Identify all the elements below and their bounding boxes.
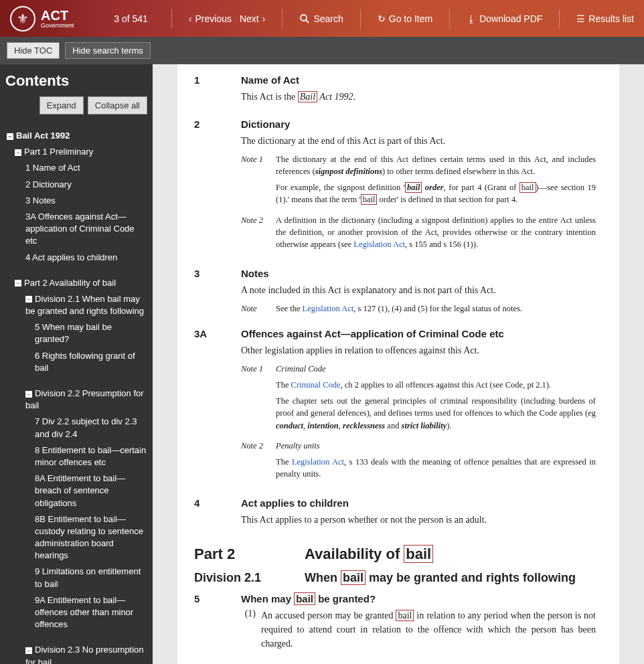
toc-item[interactable]: 1 Name of Act — [25, 160, 147, 176]
divider — [171, 9, 172, 29]
part-heading: Part 2 Availability of bail — [194, 546, 596, 563]
highlight: Bail — [298, 91, 317, 102]
collapse-icon[interactable]: − — [15, 149, 21, 156]
highlight: bail — [294, 592, 315, 605]
section-text: This Act applies to a person whether or … — [241, 513, 596, 527]
search-button[interactable]: Search — [299, 13, 343, 24]
divider — [282, 9, 283, 29]
logo-sub: Government — [41, 22, 74, 29]
toc-item[interactable]: 9A Entitlement to bail—offences other th… — [35, 592, 147, 633]
toc-item[interactable]: −Division 2.2 Presumption for bail — [25, 386, 147, 414]
toc-sidebar[interactable]: Contents Expand Collapse all −Bail Act 1… — [0, 64, 153, 664]
collapse-icon[interactable]: − — [25, 296, 32, 303]
chevron-left-icon: ‹ — [189, 13, 192, 24]
highlight: bail — [405, 182, 422, 193]
subsection: (1) An accused person may be granted bai… — [241, 608, 596, 651]
download-icon: ⭳ — [467, 13, 476, 24]
section-title: When may bail be granted? — [241, 593, 596, 604]
toc-item[interactable]: 8 Entitlement to bail—certain minor offe… — [35, 442, 147, 471]
collapse-icon[interactable]: − — [7, 133, 13, 140]
section-number: 2 — [194, 118, 241, 258]
section-text: A note included in this Act is explanato… — [241, 283, 596, 297]
section-text: Other legislation applies in relation to… — [241, 343, 596, 357]
expand-button[interactable]: Expand — [39, 96, 84, 114]
collapse-icon[interactable]: − — [25, 391, 32, 398]
note: Note 1 Criminal Code The Criminal Code, … — [241, 363, 596, 436]
download-button[interactable]: ⭳ Download PDF — [467, 13, 542, 24]
link[interactable]: Criminal Code — [291, 380, 341, 390]
toc-item[interactable]: 4 Act applies to children — [25, 250, 147, 266]
search-icon — [299, 13, 310, 24]
toc-item[interactable]: −Part 2 Availability of bail — [15, 275, 147, 291]
toc-item[interactable]: 3 Notes — [25, 193, 147, 209]
highlight: bail — [404, 545, 433, 563]
section-number: 3 — [194, 268, 241, 319]
logo-main: ACT — [41, 9, 74, 22]
highlight: bail — [519, 182, 536, 193]
previous-button[interactable]: ‹ Previous — [189, 13, 232, 24]
note: Note 2 A definition in the dictionary (i… — [241, 214, 596, 254]
note: Note 2 Penalty units The Legislation Act… — [241, 440, 596, 484]
toc-item[interactable]: 8B Entitlement to bail—custody relating … — [35, 511, 147, 564]
collapse-icon[interactable]: − — [25, 647, 32, 654]
toc-item[interactable]: −Division 2.1 When bail may be granted a… — [25, 291, 147, 319]
section-title: Offences against Act—application of Crim… — [241, 328, 596, 339]
collapse-button[interactable]: Collapse all — [88, 96, 147, 114]
svg-line-1 — [306, 20, 309, 23]
list-icon: ☰ — [576, 13, 585, 24]
logo-emblem-icon: ⚜ — [10, 6, 35, 31]
link[interactable]: Legislation Act — [292, 457, 344, 467]
divider — [559, 9, 560, 29]
section-number: 3A — [194, 328, 241, 488]
toc-item[interactable]: −Part 1 Preliminary — [15, 144, 147, 160]
note: Note See the Legislation Act, s 127 (1),… — [241, 303, 596, 315]
toc-item[interactable]: 2 Dictionary — [25, 177, 147, 193]
document-page: 1 Name of Act This Act is the Bail Act 1… — [177, 64, 619, 664]
goto-icon: ↻ — [378, 13, 386, 24]
note: Note 1 The dictionary at the end of this… — [241, 153, 596, 210]
toc-item[interactable]: 6 Rights following grant of bail — [35, 348, 147, 376]
section-text: This Act is the Bail Act 1992. — [241, 90, 596, 104]
section-text: The dictionary at the end of this Act is… — [241, 134, 596, 148]
hide-toc-button[interactable]: Hide TOC — [7, 42, 60, 59]
svg-point-0 — [301, 15, 307, 21]
toc-list: −Bail Act 1992−Part 1 Preliminary1 Name … — [5, 128, 147, 664]
sidebar-title: Contents — [5, 72, 147, 90]
top-header: ⚜ ACT Government 3 of 541 ‹ Previous Nex… — [0, 0, 644, 37]
divider — [449, 9, 450, 29]
results-button[interactable]: ☰ Results list — [576, 13, 634, 24]
divider — [360, 9, 361, 29]
section-number: 5 — [194, 593, 241, 651]
section-title: Name of Act — [241, 74, 596, 86]
toc-item[interactable]: −Bail Act 1992 — [7, 128, 147, 144]
division-heading: Division 2.1 When bail may be granted an… — [194, 571, 596, 585]
hide-search-terms-button[interactable]: Hide search terms — [65, 42, 150, 59]
toc-item[interactable]: −Division 2.3 No presumption for bail — [25, 642, 147, 664]
document-scroll[interactable]: 1 Name of Act This Act is the Bail Act 1… — [153, 64, 644, 664]
highlight: bail — [396, 610, 414, 621]
toolbar: Hide TOC Hide search terms — [0, 37, 644, 64]
toc-item[interactable]: 8A Entitlement to bail—breach of sentenc… — [35, 471, 147, 511]
link[interactable]: Legislation Act — [303, 304, 354, 313]
toc-item[interactable]: 3A Offences against Act—application of C… — [25, 209, 147, 250]
page-counter: 3 of 541 — [114, 13, 148, 24]
goto-button[interactable]: ↻ Go to Item — [378, 13, 432, 24]
section-number: 1 — [194, 74, 241, 109]
toc-item[interactable]: 5 When may bail be granted? — [35, 319, 147, 347]
collapse-icon[interactable]: − — [15, 280, 21, 286]
document-area: 1 Name of Act This Act is the Bail Act 1… — [153, 64, 644, 664]
highlight: bail — [341, 570, 366, 585]
toc-item[interactable]: 7 Div 2.2 subject to div 2.3 and div 2.4 — [35, 414, 147, 442]
chevron-right-icon: › — [262, 13, 266, 24]
link[interactable]: Legislation Act — [353, 240, 405, 249]
logo: ⚜ ACT Government — [10, 6, 74, 31]
section-title: Act applies to children — [241, 497, 596, 509]
next-button[interactable]: Next › — [240, 13, 265, 24]
toc-item[interactable]: 9 Limitations on entitlement to bail — [35, 564, 147, 592]
section-number: 4 — [194, 497, 241, 532]
highlight: bail — [361, 194, 378, 205]
section-title: Notes — [241, 268, 596, 279]
section-title: Dictionary — [241, 118, 596, 130]
